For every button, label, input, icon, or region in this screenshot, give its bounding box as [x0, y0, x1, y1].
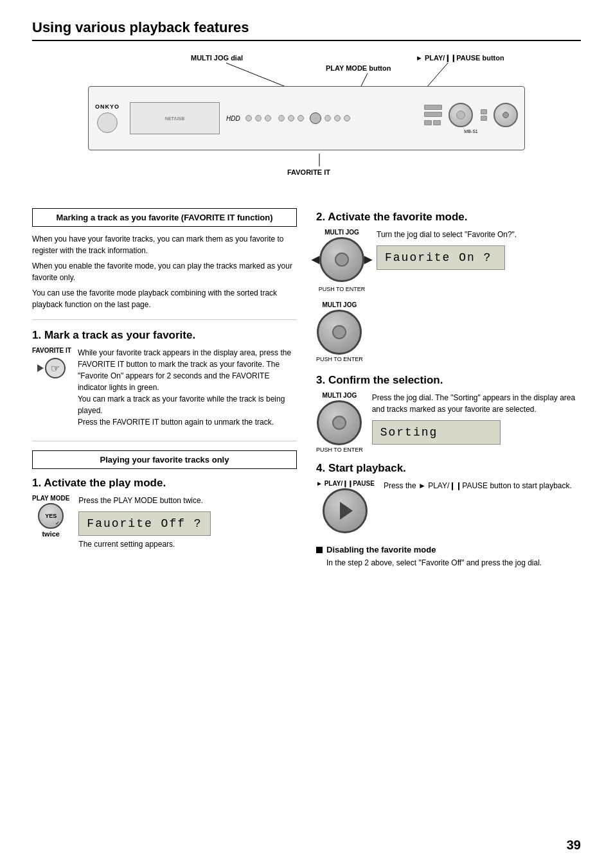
step4-text: Press the ► PLAY/❙❙PAUSE button to start…: [384, 480, 581, 492]
left-column: Marking a track as you favorite (FAVORIT…: [32, 208, 297, 569]
step1-right-text: Press the PLAY MODE button twice. Fauori…: [78, 495, 297, 549]
device-diagram: MULTI JOG dial PLAY MODE button ► PLAY/❙…: [32, 54, 581, 195]
main-content: Marking a track as you favorite (FAVORIT…: [32, 208, 581, 569]
intro-p3: You can use the favorite mode playback c…: [32, 287, 297, 310]
step1-play-mode-icon: PLAY MODE YES ✓ twice: [32, 495, 69, 538]
step1-left-icon: FAVORITE IT ☞: [32, 347, 71, 428]
step1-left-text: While your favorite track appears in the…: [78, 347, 297, 428]
step3-lcd: Sorting: [372, 420, 501, 445]
jog-dial-step2: [319, 237, 364, 282]
page-title: Using various playback features: [32, 19, 581, 36]
device-body: ONKYO NET/USB HDD: [88, 86, 525, 150]
page-header: Using various playback features: [32, 19, 581, 41]
step2-push-row: MULTI JOG PUSH TO ENTER: [316, 301, 581, 362]
step3-content: MULTI JOG PUSH TO ENTER Press the jog di…: [316, 392, 581, 453]
step3-text: Press the jog dial. The "Sorting" appear…: [372, 392, 581, 445]
black-square-icon: [316, 547, 323, 553]
playing-box: Playing your favorite tracks only: [32, 450, 297, 469]
jog-dial-step2b: [317, 310, 362, 355]
multi-jog-label: MULTI JOG dial: [191, 54, 243, 62]
play-mode-label: PLAY MODE button: [326, 64, 391, 72]
play-pause-label: ► PLAY/❙❙PAUSE button: [416, 54, 504, 62]
step2-lcd: Fauorite On ?: [377, 245, 505, 270]
favorite-it-label: FAVORITE IT: [287, 168, 330, 176]
step3-heading: 3. Confirm the selection.: [316, 374, 581, 387]
right-column: 2. Activate the favorite mode. MULTI JOG…: [316, 208, 581, 569]
marking-box: Marking a track as you favorite (FAVORIT…: [32, 208, 297, 227]
step2-icon: MULTI JOG ◄ ► PUSH TO ENTER: [316, 229, 368, 292]
step1-right-heading: 1. Activate the play mode.: [32, 477, 297, 490]
step3-icon: MULTI JOG PUSH TO ENTER: [316, 392, 363, 453]
disabling-note: Disabling the favorite mode In the step …: [316, 542, 581, 569]
step1-left-content: FAVORITE IT ☞ While your favorite track …: [32, 347, 297, 428]
step1-left-heading: 1. Mark a track as your favorite.: [32, 329, 297, 342]
page-number: 39: [567, 838, 581, 853]
intro-p1: When you have your favorite tracks, you …: [32, 233, 297, 256]
step4-content: ► PLAY/❙❙PAUSE Press the ► PLAY/❙❙PAUSE …: [316, 480, 581, 533]
intro-p2: When you enable the favorite mode, you c…: [32, 260, 297, 283]
play-mode-button-icon: YES ✓: [38, 503, 64, 529]
disabling-text: In the step 2 above, select "Favorite Of…: [316, 557, 581, 569]
step2-heading: 2. Activate the favorite mode.: [316, 211, 581, 224]
step1-lcd: Fauorite Off ?: [78, 511, 210, 536]
step2-text: Turn the jog dial to select "Favorite On…: [377, 229, 581, 270]
step2-content: MULTI JOG ◄ ► PUSH TO ENTER Turn the jog…: [316, 229, 581, 292]
step2-push-icon: MULTI JOG PUSH TO ENTER: [316, 301, 363, 362]
play-pause-button-step4: [323, 488, 368, 533]
disabling-heading: Disabling the favorite mode: [316, 545, 581, 554]
step4-icon: ► PLAY/❙❙PAUSE: [316, 480, 375, 533]
step1-right-content: PLAY MODE YES ✓ twice Press the PLAY MOD…: [32, 495, 297, 549]
step4-heading: 4. Start playback.: [316, 462, 581, 475]
jog-dial-step3: [317, 400, 362, 445]
